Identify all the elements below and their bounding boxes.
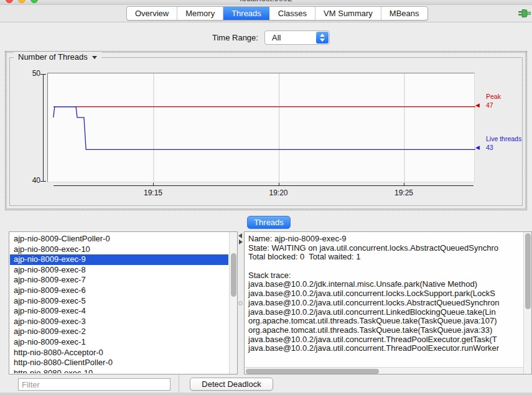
collapse-left-icon[interactable] [238,233,242,238]
y-axis-tick-label: 40 [27,176,40,185]
thread-list: ajp-nio-8009-ClientPoller-0ajp-nio-8009-… [10,233,228,373]
window-bottom-edge [0,393,532,395]
x-axis-tick [153,183,154,186]
detail-horizontal-scrollbar[interactable] [245,367,523,374]
detail-line: Total blocked: 0 Total waited: 1 [248,253,523,262]
tab-bar: OverviewMemoryThreadsClassesVM SummaryMB… [126,6,428,21]
thread-list-vertical-scrollbar[interactable] [229,232,237,374]
thread-detail-text: Name: ajp-nio-8009-exec-9State: WAITING … [245,233,523,366]
scrollbar-thumb[interactable] [231,253,236,297]
threads-chart-plot [47,73,475,182]
detail-line: java.base@10.0.2/java.util.concurrent.lo… [248,289,523,299]
list-item[interactable]: ajp-nio-8009-exec-10 [10,244,228,255]
chevron-down-icon [92,56,97,59]
detail-line: java.base@10.0.2/jdk.internal.misc.Unsaf… [248,280,523,289]
list-item[interactable]: ajp-nio-8009-exec-7 [10,275,228,286]
y-axis-tick [40,181,46,182]
list-item[interactable]: ajp-nio-8009-exec-1 [10,337,228,348]
scrollbar-thumb[interactable] [246,369,379,374]
y-axis-tick [40,74,46,75]
detail-line: org.apache.tomcat.util.threads.TaskQueue… [248,317,523,326]
thread-list-panel: ajp-nio-8009-ClientPoller-0ajp-nio-8009-… [9,231,238,374]
tab-classes[interactable]: Classes [269,7,315,20]
detect-deadlock-button[interactable]: Detect Deadlock [190,378,273,391]
scrollbar-thumb[interactable] [525,233,531,309]
splitpane-divider[interactable] [238,231,244,374]
list-item[interactable]: ajp-nio-8009-exec-2 [10,327,228,337]
x-axis-tick-label: 19:20 [265,188,292,197]
list-item[interactable]: ajp-nio-8009-exec-5 [10,296,228,307]
tab-memory[interactable]: Memory [177,7,223,20]
detail-line [248,262,523,271]
y-axis-tick-label: 50 [27,69,40,78]
y-axis [43,74,44,181]
chart-title: Number of Threads [18,52,88,62]
time-range-select[interactable]: All [264,30,330,45]
list-item[interactable]: ajp-nio-8009-exec-4 [10,306,228,317]
jconsole-window: localhost:9002 OverviewMemoryThreadsClas… [0,0,532,395]
peak-annotation-value: 47 [486,101,493,109]
list-item[interactable]: ajp-nio-8009-ClientPoller-0 [10,234,228,244]
tab-vm-summary[interactable]: VM Summary [315,7,381,20]
list-item[interactable]: ajp-nio-8009-exec-9 [10,254,228,265]
time-range-label: Time Range: [212,33,258,42]
list-item[interactable]: ajp-nio-8009-exec-3 [10,317,228,327]
thread-detail-panel: Name: ajp-nio-8009-exec-9State: WAITING … [244,231,532,374]
detail-line: java.base@10.0.2/java.util.concurrent.lo… [248,299,523,308]
filter-input[interactable] [18,378,170,391]
list-item[interactable]: http-nio-8080-exec-10 [10,368,228,373]
title-bar: localhost:9002 [0,0,532,5]
peak-marker-arrow-icon: ◀ [475,102,480,108]
list-item[interactable]: ajp-nio-8009-exec-8 [10,265,228,276]
list-item[interactable]: http-nio-8080-ClientPoller-0 [10,358,228,368]
live-threads-marker-arrow-icon: ◀ [475,144,480,151]
detail-line: java.base@10.0.2/java.util.concurrent.Li… [248,308,523,317]
connection-status-plug-icon [518,9,531,21]
list-item[interactable]: http-nio-8080-Acceptor-0 [10,348,228,358]
tab-threads[interactable]: Threads [223,7,269,20]
collapse-right-icon[interactable] [239,239,243,244]
x-axis-tick [279,183,279,186]
detail-line: java.base@10.0.2/java.util.concurrent.Th… [248,344,523,353]
chart-type-dropdown[interactable]: Number of Threads [14,52,101,62]
tab-overview[interactable]: Overview [127,7,177,20]
window-title: localhost:9002 [0,0,532,3]
threads-segment-button[interactable]: Threads [247,216,291,229]
detail-vertical-scrollbar[interactable] [523,232,531,374]
list-item[interactable]: ajp-nio-8009-exec-6 [10,286,228,296]
tab-row: OverviewMemoryThreadsClassesVM SummaryMB… [0,5,532,22]
peak-annotation-label: Peak [486,93,501,100]
detail-line: State: WAITING on java.util.concurrent.l… [248,244,523,253]
x-axis-tick [404,183,404,186]
divider-grip-icon[interactable] [238,301,243,305]
x-axis-tick-label: 19:15 [139,188,167,197]
detail-line: Stack trace: [248,271,523,281]
tab-mbeans[interactable]: MBeans [381,7,427,20]
combo-stepper-icon [316,32,329,44]
detail-line: Name: ajp-nio-8009-exec-9 [248,235,523,244]
detail-line: org.apache.tomcat.util.threads.TaskQueue… [248,326,523,335]
x-axis-tick-label: 19:25 [390,188,418,197]
footer-separator [179,375,179,393]
live-threads-annotation-label: Live threads [486,135,521,142]
x-axis [54,185,474,186]
number-of-threads-panel: Number of Threads 5040 19:1519:2019:25 ◀… [5,51,527,210]
detail-line: java.base@10.0.2/java.util.concurrent.Th… [248,335,523,345]
time-range-value: All [272,33,281,42]
live-threads-annotation-value: 43 [486,144,493,151]
